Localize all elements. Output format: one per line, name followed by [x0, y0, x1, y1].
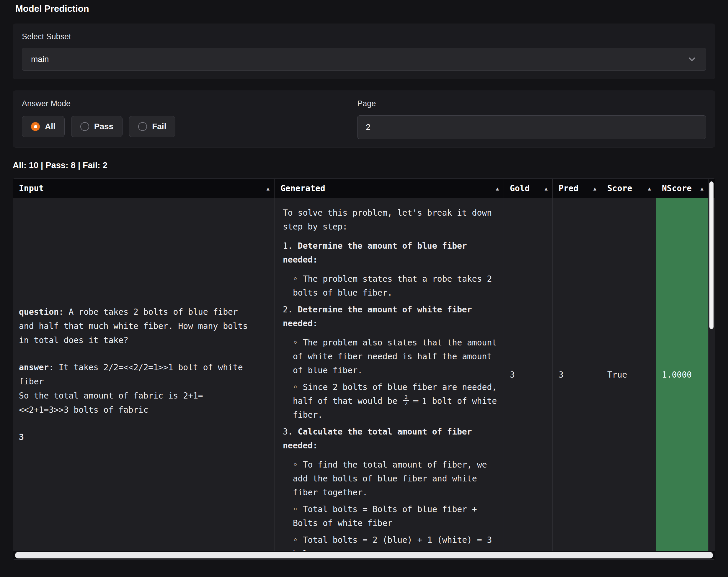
answer-mode-options: All Pass Fail: [22, 116, 337, 137]
paragraph: 1. Determine the amount of blue fiber ne…: [283, 239, 498, 267]
horizontal-scrollbar-thumb[interactable]: [15, 552, 713, 558]
subset-panel: Select Subset main: [13, 24, 715, 79]
answer-mode-option-label: Fail: [152, 122, 166, 131]
score-value: True: [607, 370, 627, 380]
cell-gold[interactable]: 3: [504, 198, 553, 551]
sort-asc-icon: ▲: [266, 186, 269, 191]
column-header-gold[interactable]: Gold ▲: [504, 179, 553, 198]
page-title: Model Prediction: [15, 3, 715, 14]
column-header-label: Input: [19, 184, 44, 193]
page-label: Page: [357, 99, 706, 108]
sort-asc-icon: ▲: [701, 186, 703, 191]
list-item: ◦ Total bolts = Bolts of blue fiber + Bo…: [283, 502, 498, 530]
cell-score[interactable]: True: [601, 198, 656, 551]
page-group: Page: [357, 99, 706, 139]
answer-mode-option-label: Pass: [94, 122, 113, 131]
results-table: Input ▲ Generated ▲ Gold ▲ Pred ▲ Score …: [13, 178, 715, 559]
list-item: ◦ The problem also states that the amoun…: [283, 336, 498, 377]
column-header-label: NScore: [662, 184, 692, 193]
list-item: ◦ Since 2 bolts of blue fiber are needed…: [283, 380, 498, 422]
cell-generated[interactable]: To solve this problem, let's break it do…: [275, 198, 504, 551]
bullet-icon: ◦: [293, 460, 303, 470]
nscore-value: 1.0000: [662, 370, 692, 380]
controls-panel: Answer Mode All Pass Fail Page: [13, 90, 715, 147]
answer-mode-label: Answer Mode: [22, 99, 337, 108]
math-fraction: 22: [403, 394, 409, 407]
subset-dropdown[interactable]: main: [22, 48, 706, 71]
paragraph: 2. Determine the amount of white fiber n…: [283, 303, 498, 330]
cell-input[interactable]: question: A robe takes 2 bolts of blue f…: [13, 198, 275, 551]
radio-unselected-icon: [138, 122, 147, 131]
column-header-score[interactable]: Score ▲: [601, 179, 656, 198]
column-header-input[interactable]: Input ▲: [13, 179, 275, 198]
answer-mode-group: Answer Mode All Pass Fail: [22, 99, 337, 139]
bullet-icon: ◦: [293, 338, 303, 348]
sort-asc-icon: ▲: [496, 186, 499, 191]
paragraph: To solve this problem, let's break it do…: [283, 206, 498, 233]
column-header-generated[interactable]: Generated ▲: [275, 179, 504, 198]
column-header-pred[interactable]: Pred ▲: [553, 179, 601, 198]
column-header-label: Generated: [281, 184, 325, 193]
table-row: question: A robe takes 2 bolts of blue f…: [13, 198, 715, 551]
vertical-scrollbar-track: [708, 179, 715, 551]
radio-unselected-icon: [80, 122, 89, 131]
gold-value: 3: [510, 370, 515, 380]
table-header: Input ▲ Generated ▲ Gold ▲ Pred ▲ Score …: [13, 179, 715, 198]
radio-selected-icon: [31, 122, 40, 131]
list-item: ◦ To find the total amount of fiber, we …: [283, 458, 498, 499]
answer-mode-option-pass[interactable]: Pass: [71, 116, 123, 137]
subset-label: Select Subset: [22, 32, 706, 41]
answer-mode-option-label: All: [45, 122, 55, 131]
sort-asc-icon: ▲: [593, 186, 596, 191]
sort-asc-icon: ▲: [648, 186, 651, 191]
bullet-icon: ◦: [293, 274, 303, 284]
list-item: ◦ Total bolts = 2 (blue) + 1 (white) = 3…: [283, 533, 498, 551]
app-root: Model Prediction Select Subset main Answ…: [0, 0, 728, 559]
horizontal-scrollbar-track: [13, 551, 715, 559]
pred-value: 3: [558, 370, 564, 380]
paragraph: 3: [19, 430, 251, 444]
bullet-icon: ◦: [293, 504, 303, 514]
sort-asc-icon: ▲: [545, 186, 548, 191]
paragraph: answer: It takes 2/2=<<2/2=1>>1 bolt of …: [19, 360, 251, 417]
cell-pred[interactable]: 3: [553, 198, 601, 551]
subset-dropdown-value: main: [31, 55, 49, 64]
vertical-scrollbar-thumb[interactable]: [709, 182, 713, 329]
bullet-icon: ◦: [293, 535, 303, 545]
answer-mode-option-fail[interactable]: Fail: [129, 116, 175, 137]
column-header-label: Gold: [510, 184, 529, 193]
paragraph: 3. Calculate the total amount of fiber n…: [283, 425, 498, 452]
chevron-down-icon: [687, 54, 697, 64]
column-header-label: Score: [607, 184, 632, 193]
page-input[interactable]: [357, 115, 706, 139]
answer-mode-option-all[interactable]: All: [22, 116, 64, 137]
results-summary: All: 10 | Pass: 8 | Fail: 2: [13, 161, 715, 170]
cell-nscore[interactable]: 1.0000: [656, 198, 708, 551]
bullet-icon: ◦: [293, 382, 303, 392]
column-header-label: Pred: [558, 184, 578, 193]
column-header-nscore[interactable]: NScore ▲: [656, 179, 708, 198]
list-item: ◦ The problem states that a robe takes 2…: [283, 272, 498, 300]
paragraph: question: A robe takes 2 bolts of blue f…: [19, 305, 251, 348]
